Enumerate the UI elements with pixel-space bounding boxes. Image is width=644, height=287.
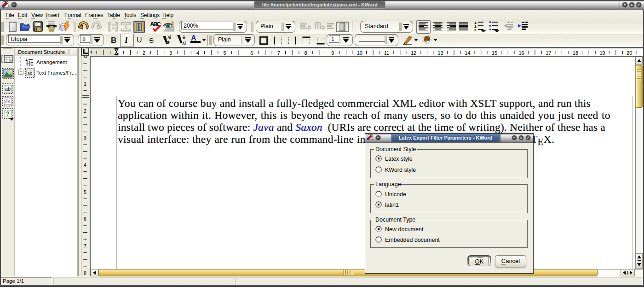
svg-text:17: 17 bbox=[546, 50, 551, 56]
svg-text:7: 7 bbox=[84, 243, 86, 249]
svg-text:8: 8 bbox=[84, 270, 86, 276]
svg-text:I: I bbox=[170, 35, 171, 40]
svg-text:20: 20 bbox=[627, 50, 632, 56]
svg-text:2: 2 bbox=[84, 108, 86, 114]
svg-text:6: 6 bbox=[84, 216, 86, 222]
svg-text:15: 15 bbox=[492, 50, 497, 56]
svg-text:I: I bbox=[184, 41, 186, 46]
svg-text:12: 12 bbox=[411, 50, 416, 56]
svg-text:1: 1 bbox=[84, 81, 86, 87]
svg-text:3.: 3. bbox=[474, 28, 477, 32]
svg-text:8: 8 bbox=[304, 50, 307, 56]
svg-text:3: 3 bbox=[169, 50, 172, 56]
svg-text:16: 16 bbox=[518, 50, 524, 56]
svg-text:13: 13 bbox=[438, 50, 443, 56]
svg-text:√x: √x bbox=[5, 99, 10, 104]
svg-text:5: 5 bbox=[84, 189, 86, 195]
svg-text:4: 4 bbox=[84, 162, 86, 168]
svg-text:18: 18 bbox=[573, 50, 578, 56]
svg-text:14: 14 bbox=[465, 50, 470, 56]
svg-text:19: 19 bbox=[599, 50, 605, 56]
svg-text:3: 3 bbox=[84, 135, 86, 141]
svg-text:6: 6 bbox=[250, 50, 253, 56]
svg-text:?: ? bbox=[6, 111, 9, 117]
svg-text:7: 7 bbox=[277, 50, 280, 56]
svg-text:1.2: 1.2 bbox=[26, 64, 30, 66]
svg-text:ab: ab bbox=[28, 70, 33, 76]
svg-text:10: 10 bbox=[357, 50, 362, 56]
svg-text:2: 2 bbox=[143, 50, 145, 56]
svg-text:9: 9 bbox=[331, 50, 334, 56]
svg-text:5: 5 bbox=[224, 50, 226, 56]
svg-text:ab: ab bbox=[5, 86, 11, 92]
svg-text:4: 4 bbox=[196, 50, 199, 56]
svg-text:11: 11 bbox=[384, 50, 389, 56]
